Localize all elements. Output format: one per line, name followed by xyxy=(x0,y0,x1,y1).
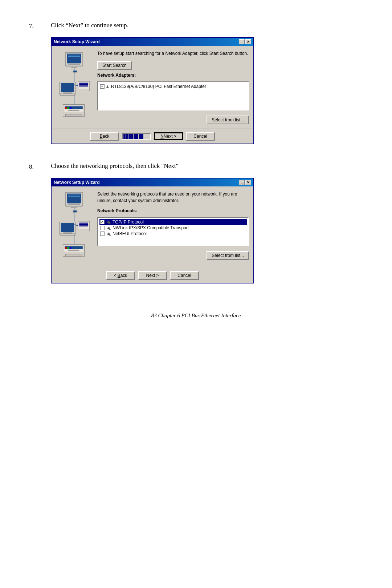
step-8: 8. Choose the networking protocols, then… xyxy=(29,162,363,283)
back-button-1[interactable]: Back xyxy=(90,132,119,141)
progress-segment xyxy=(134,134,136,139)
dialog-2-footer: < Back Next > Cancel xyxy=(52,268,253,283)
network-image-2 xyxy=(56,191,92,263)
netbeui-checkbox[interactable] xyxy=(100,231,105,236)
dialog-2-desc: Select the networking protocols that are… xyxy=(97,191,249,204)
svg-rect-53 xyxy=(65,254,82,256)
svg-rect-41 xyxy=(60,234,74,235)
network-protocols-label: Network Protocols: xyxy=(97,208,249,213)
progress-segment xyxy=(123,134,126,139)
close-button-2[interactable]: ✕ xyxy=(245,180,251,185)
next-button-2[interactable]: Next > xyxy=(138,271,167,280)
protocol-item-tcpip[interactable]: 🔌 TCP/IP Protocol xyxy=(99,219,247,225)
svg-rect-32 xyxy=(66,205,82,207)
page-footer: 83 Chapter 6 PCI Bus Ethernet Interface xyxy=(29,313,363,319)
tcpip-checkbox[interactable] xyxy=(100,220,105,224)
protocol-item-netbeui[interactable]: 🔌 NetBEUI Protocol xyxy=(99,231,247,237)
dialog-2-title: Network Setup Wizard xyxy=(54,180,100,185)
network-svg-1 xyxy=(57,51,91,124)
select-from-button-2[interactable]: Select from list... xyxy=(207,251,249,260)
dialog-1-footer: Back NNext > Cancel xyxy=(52,129,253,144)
svg-rect-11 xyxy=(63,92,72,94)
svg-rect-55 xyxy=(67,247,69,249)
protocol-icon-nwlink: 🔌 xyxy=(106,226,111,230)
svg-rect-24 xyxy=(65,114,82,116)
progress-segment xyxy=(141,134,143,139)
svg-rect-35 xyxy=(68,196,80,197)
svg-rect-54 xyxy=(65,247,67,249)
svg-rect-23 xyxy=(68,110,79,111)
step-8-number: 8. xyxy=(29,162,51,170)
svg-rect-27 xyxy=(69,107,72,109)
progress-bar-1 xyxy=(122,133,151,140)
protocol-label-nwlink: NWLink IPX/SPX Compatible Transport xyxy=(113,225,189,230)
close-button-1[interactable]: ✕ xyxy=(245,39,251,44)
svg-rect-15 xyxy=(79,83,88,84)
protocol-listbox: 🔌 TCP/IP Protocol 🔌 NWLink IPX/SPX Compa… xyxy=(97,217,249,246)
svg-rect-5 xyxy=(68,55,80,55)
dialog-2: Network Setup Wizard _ ✕ xyxy=(51,178,254,283)
network-image-1 xyxy=(56,50,92,124)
step-7: 7. Click “Next” to continue setup. Netwo… xyxy=(29,22,363,144)
dialog-2-titlebar: Network Setup Wizard _ ✕ xyxy=(52,178,253,186)
svg-rect-6 xyxy=(68,56,80,57)
network-svg-2 xyxy=(57,191,91,263)
progress-segment xyxy=(126,134,128,139)
select-from-button-1[interactable]: Select from list... xyxy=(207,116,249,124)
nic-icon: 🖧 xyxy=(106,85,110,89)
step-7-number: 7. xyxy=(29,22,51,30)
svg-rect-26 xyxy=(67,107,69,109)
network-adapters-label: Network Adapters: xyxy=(97,73,249,78)
svg-rect-46 xyxy=(79,225,88,226)
svg-rect-52 xyxy=(68,250,79,251)
protocol-item-nwlink[interactable]: 🔌 NWLink IPX/SPX Compatible Transport xyxy=(99,225,247,231)
svg-rect-12 xyxy=(60,94,74,96)
svg-rect-4 xyxy=(71,67,77,68)
dialog-1-right: To have setup start searching for a Netw… xyxy=(97,50,249,124)
protocol-icon-netbeui: 🔌 xyxy=(106,232,111,236)
svg-rect-17 xyxy=(79,85,88,86)
adapter-listbox: 🖧 RTL8139(A/B/C/8130) PCI Fast Ethernet … xyxy=(97,81,249,110)
progress-segment xyxy=(131,134,133,139)
cancel-button-2[interactable]: Cancel xyxy=(170,271,199,280)
progress-segment xyxy=(128,134,131,139)
svg-rect-3 xyxy=(66,65,82,67)
dialog-1: Network Setup Wizard _ ✕ xyxy=(51,37,254,144)
adapter-checkbox[interactable] xyxy=(100,84,105,89)
protocol-label-netbeui: NetBEUI Protocol xyxy=(113,231,147,236)
step-8-text: Choose the networking protocols, then cl… xyxy=(51,162,363,170)
svg-rect-40 xyxy=(63,232,72,234)
progress-segment xyxy=(136,134,138,139)
next-label-1: Next > xyxy=(164,134,176,139)
next-button-1[interactable]: NNext > xyxy=(154,132,183,140)
dialog-2-body: Select the networking protocols that are… xyxy=(52,186,253,268)
minimize-button-1[interactable]: _ xyxy=(239,39,245,44)
svg-rect-25 xyxy=(65,107,67,109)
step-7-content: Click “Next” to continue setup. Network … xyxy=(51,22,363,144)
svg-rect-45 xyxy=(79,224,88,225)
cancel-button-1[interactable]: Cancel xyxy=(186,132,215,141)
minimize-button-2[interactable]: _ xyxy=(239,180,245,185)
svg-rect-44 xyxy=(79,223,88,224)
dialog-1-titlebar: Network Setup Wizard _ ✕ xyxy=(52,38,253,46)
start-search-button[interactable]: Start Search xyxy=(97,61,132,70)
dialog-1-desc: To have setup start searching for a Netw… xyxy=(97,50,249,57)
protocol-label-tcpip: TCP/IP Protocol xyxy=(113,220,144,225)
progress-segment xyxy=(139,134,141,139)
svg-rect-33 xyxy=(71,207,77,208)
back-button-2[interactable]: < Back xyxy=(106,271,135,280)
adapter-item[interactable]: 🖧 RTL8139(A/B/C/8130) PCI Fast Ethernet … xyxy=(99,84,247,89)
dialog-1-body: To have setup start searching for a Netw… xyxy=(52,46,253,129)
dialog-2-right: Select the networking protocols that are… xyxy=(97,191,249,263)
adapter-item-label: RTL8139(A/B/C/8130) PCI Fast Ethernet Ad… xyxy=(111,84,206,89)
svg-rect-34 xyxy=(68,194,80,195)
titlebar-buttons-1: _ ✕ xyxy=(239,39,251,44)
titlebar-buttons-2: _ ✕ xyxy=(239,180,251,185)
step-8-content: Choose the networking protocols, then cl… xyxy=(51,162,363,283)
svg-rect-56 xyxy=(69,247,72,249)
dialog-1-title: Network Setup Wizard xyxy=(54,39,100,44)
nwlink-checkbox[interactable] xyxy=(100,226,105,230)
protocol-icon-tcpip: 🔌 xyxy=(106,220,111,224)
step-7-text: Click “Next” to continue setup. xyxy=(51,22,363,29)
back-label-1: ack xyxy=(103,134,110,139)
